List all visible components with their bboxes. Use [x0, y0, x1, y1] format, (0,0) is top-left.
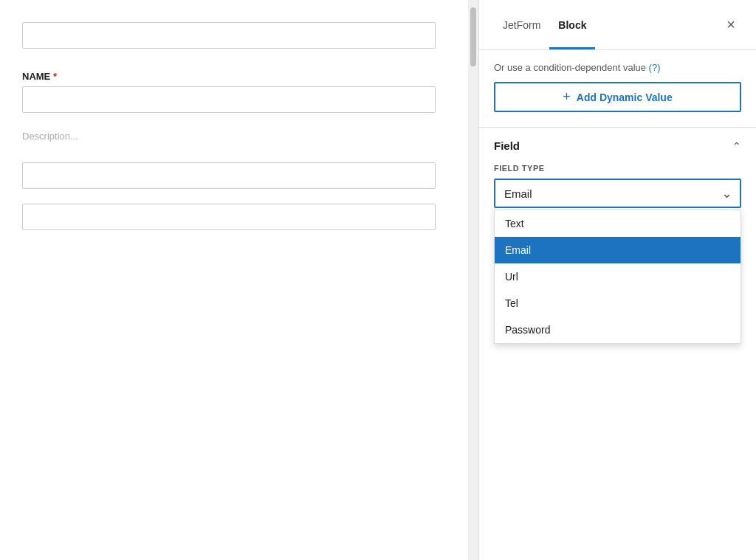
chevron-up-icon[interactable]: ⌃: [732, 140, 741, 152]
dropdown-selected-value: Email: [504, 187, 532, 200]
field-type-dropdown[interactable]: Email ⌄ Text Email Url Tel Password: [494, 179, 741, 208]
input3-box[interactable]: [22, 204, 436, 230]
condition-link-text: (?): [649, 62, 661, 73]
name-label: NAME *: [22, 71, 456, 82]
input2-box[interactable]: [22, 162, 436, 189]
form-panel: NAME * Description...: [0, 0, 478, 560]
description-text: Description...: [22, 125, 456, 148]
scrollbar-thumb: [470, 7, 476, 66]
plus-icon: +: [563, 89, 571, 105]
field-type-label: FIELD TYPE: [494, 164, 741, 173]
tab-block[interactable]: Block: [549, 0, 595, 49]
top-input-box[interactable]: [22, 22, 436, 49]
condition-help-link[interactable]: (?): [649, 62, 661, 73]
dropdown-options-list: Text Email Url Tel Password: [494, 210, 741, 344]
add-dynamic-button[interactable]: + Add Dynamic Value: [494, 82, 741, 112]
input3-group: [22, 204, 456, 230]
required-marker: *: [53, 71, 57, 82]
panel-body: Or use a condition-dependent value (?) +…: [479, 50, 756, 560]
option-password[interactable]: Password: [495, 317, 740, 343]
scrollbar[interactable]: [468, 0, 478, 560]
condition-text: Or use a condition-dependent value (?): [494, 62, 741, 73]
condition-text-label: Or use a condition-dependent value: [494, 62, 646, 73]
dropdown-select-display[interactable]: Email: [494, 179, 741, 208]
name-input[interactable]: [22, 86, 436, 113]
name-field-group: NAME * Description...: [22, 71, 456, 148]
name-label-text: NAME: [22, 71, 50, 82]
settings-panel: JetForm Block × Or use a condition-depen…: [478, 0, 756, 560]
panel-header: JetForm Block ×: [479, 0, 756, 50]
field-section-header: Field ⌃: [494, 139, 741, 152]
tab-jetform[interactable]: JetForm: [494, 0, 549, 49]
add-dynamic-label: Add Dynamic Value: [577, 91, 673, 103]
option-tel[interactable]: Tel: [495, 290, 740, 317]
option-url[interactable]: Url: [495, 263, 740, 290]
field-section-title: Field: [494, 139, 520, 152]
close-button[interactable]: ×: [721, 15, 741, 35]
option-email[interactable]: Email: [495, 237, 740, 263]
option-text[interactable]: Text: [495, 210, 740, 237]
divider: [479, 127, 756, 128]
input2-group: [22, 162, 456, 189]
